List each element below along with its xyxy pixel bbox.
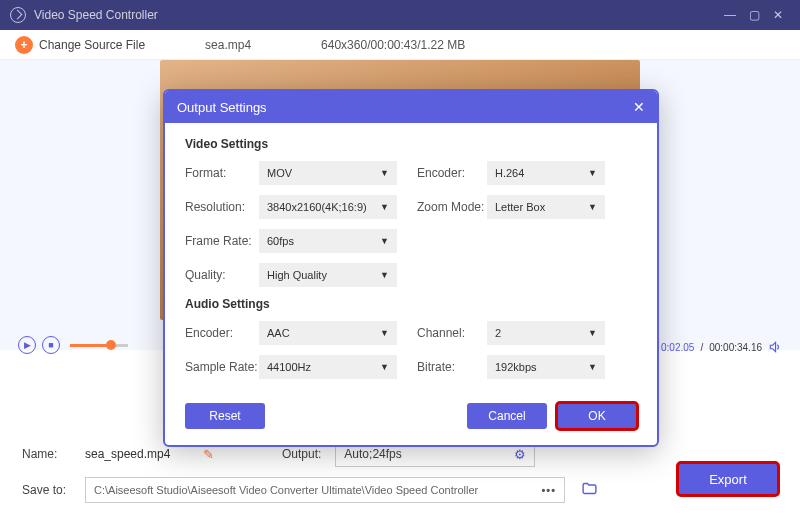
- time-display: 0:02.05 / 00:00:34.16: [661, 340, 782, 354]
- chevron-down-icon: ▼: [380, 168, 389, 178]
- browse-path-button[interactable]: •••: [541, 484, 556, 496]
- video-settings-header: Video Settings: [185, 137, 637, 151]
- app-logo-icon: [10, 7, 26, 23]
- framerate-label: Frame Rate:: [185, 234, 259, 248]
- chevron-down-icon: ▼: [588, 328, 597, 338]
- samplerate-select[interactable]: 44100Hz▼: [259, 355, 397, 379]
- source-filename: sea.mp4: [205, 38, 251, 52]
- source-toolbar: + Change Source File sea.mp4 640x360/00:…: [0, 30, 800, 60]
- edit-name-icon[interactable]: ✎: [203, 447, 214, 462]
- add-source-icon[interactable]: +: [15, 36, 33, 54]
- audio-encoder-select[interactable]: AAC▼: [259, 321, 397, 345]
- zoom-label: Zoom Mode:: [417, 200, 487, 214]
- audio-encoder-label: Encoder:: [185, 326, 259, 340]
- resolution-label: Resolution:: [185, 200, 259, 214]
- chevron-down-icon: ▼: [588, 168, 597, 178]
- minimize-button[interactable]: —: [718, 8, 742, 22]
- output-settings-dialog: Output Settings ✕ Video Settings Format:…: [163, 89, 659, 447]
- channel-select[interactable]: 2▼: [487, 321, 605, 345]
- time-total: 00:00:34.16: [709, 342, 762, 353]
- chevron-down-icon: ▼: [380, 362, 389, 372]
- reset-button[interactable]: Reset: [185, 403, 265, 429]
- resolution-select[interactable]: 3840x2160(4K;16:9)▼: [259, 195, 397, 219]
- samplerate-label: Sample Rate:: [185, 360, 259, 374]
- quality-label: Quality:: [185, 268, 259, 282]
- open-folder-icon[interactable]: [581, 480, 598, 500]
- output-label: Output:: [282, 447, 321, 461]
- encoder-label: Encoder:: [417, 166, 487, 180]
- chevron-down-icon: ▼: [380, 270, 389, 280]
- stop-button[interactable]: ■: [42, 336, 60, 354]
- titlebar: Video Speed Controller — ▢ ✕: [0, 0, 800, 30]
- dialog-title: Output Settings: [177, 100, 267, 115]
- play-button[interactable]: ▶: [18, 336, 36, 354]
- zoom-mode-select[interactable]: Letter Box▼: [487, 195, 605, 219]
- format-label: Format:: [185, 166, 259, 180]
- source-fileinfo: 640x360/00:00:43/1.22 MB: [321, 38, 465, 52]
- output-format-value: Auto;24fps: [344, 447, 401, 461]
- chevron-down-icon: ▼: [588, 202, 597, 212]
- chevron-down-icon: ▼: [380, 328, 389, 338]
- seek-slider[interactable]: [70, 344, 128, 347]
- ok-button[interactable]: OK: [557, 403, 637, 429]
- channel-label: Channel:: [417, 326, 487, 340]
- cancel-button[interactable]: Cancel: [467, 403, 547, 429]
- name-label: Name:: [22, 447, 77, 461]
- maximize-button[interactable]: ▢: [742, 8, 766, 22]
- chevron-down-icon: ▼: [588, 362, 597, 372]
- save-path-value: C:\Aiseesoft Studio\Aiseesoft Video Conv…: [94, 484, 478, 496]
- chevron-down-icon: ▼: [380, 236, 389, 246]
- chevron-down-icon: ▼: [380, 202, 389, 212]
- dialog-close-icon[interactable]: ✕: [633, 99, 645, 115]
- dialog-header: Output Settings ✕: [165, 91, 657, 123]
- bitrate-select[interactable]: 192kbps▼: [487, 355, 605, 379]
- framerate-select[interactable]: 60fps▼: [259, 229, 397, 253]
- audio-settings-header: Audio Settings: [185, 297, 637, 311]
- close-window-button[interactable]: ✕: [766, 8, 790, 22]
- time-current: 0:02.05: [661, 342, 694, 353]
- saveto-label: Save to:: [22, 483, 77, 497]
- app-title: Video Speed Controller: [34, 8, 158, 22]
- playback-controls: ▶ ■: [18, 336, 128, 354]
- change-source-button[interactable]: Change Source File: [39, 38, 145, 52]
- volume-icon[interactable]: [768, 340, 782, 354]
- save-path-field[interactable]: C:\Aiseesoft Studio\Aiseesoft Video Conv…: [85, 477, 565, 503]
- format-select[interactable]: MOV▼: [259, 161, 397, 185]
- output-settings-icon[interactable]: ⚙: [514, 447, 526, 462]
- export-button[interactable]: Export: [678, 463, 778, 495]
- video-encoder-select[interactable]: H.264▼: [487, 161, 605, 185]
- bitrate-label: Bitrate:: [417, 360, 487, 374]
- output-name-field[interactable]: [85, 447, 195, 462]
- quality-select[interactable]: High Quality▼: [259, 263, 397, 287]
